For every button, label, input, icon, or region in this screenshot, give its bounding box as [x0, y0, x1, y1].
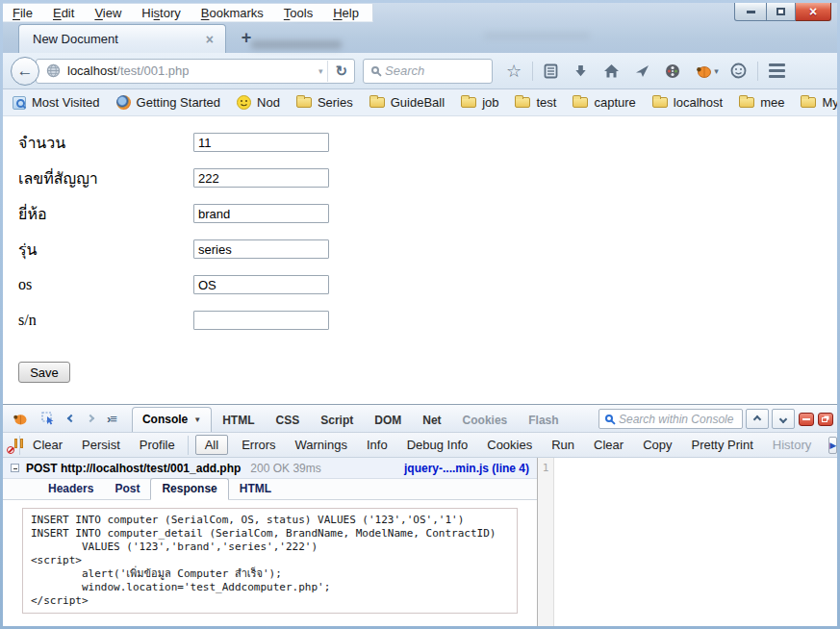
send-icon[interactable] [627, 57, 657, 86]
menu-history[interactable]: History [141, 6, 180, 20]
subtab-response[interactable]: Response [150, 478, 228, 500]
firebug-search-input[interactable] [619, 413, 738, 426]
menu-tools[interactable]: Tools [284, 6, 313, 20]
command-editor-input[interactable] [554, 458, 837, 626]
home-icon[interactable] [596, 57, 627, 86]
find-next-button[interactable] [772, 409, 795, 429]
serial-field[interactable] [193, 311, 329, 330]
bookmark-folder-localhost[interactable]: localhost [652, 95, 723, 110]
menu-help[interactable]: Help [333, 6, 359, 20]
os-field[interactable] [193, 275, 329, 294]
chat-icon[interactable] [723, 57, 754, 86]
folder-icon [573, 97, 588, 108]
video-helper-icon[interactable] [657, 57, 688, 86]
search-input[interactable] [385, 63, 486, 78]
restore-button[interactable] [767, 3, 796, 21]
command-editor[interactable]: 1 [538, 458, 837, 626]
save-button[interactable]: Save [18, 362, 70, 383]
url-dropdown-icon[interactable]: ▾ [314, 66, 328, 76]
folder-icon [461, 97, 476, 108]
most-visited-icon [13, 96, 26, 110]
clear-button[interactable]: Clear [23, 438, 72, 452]
bookmark-folder-mee[interactable]: mee [739, 95, 784, 110]
brand-field[interactable] [193, 204, 329, 223]
menu-edit[interactable]: Edit [53, 6, 74, 20]
filter-all[interactable]: All [195, 435, 228, 455]
firebug-menu-icon[interactable] [7, 413, 34, 425]
minimize-icon [747, 11, 755, 13]
bookmark-nod[interactable]: Nod [237, 95, 280, 110]
firebug-body: POST http://localhost/test/001_add.php 2… [3, 458, 837, 626]
firebug-minimize-button[interactable] [799, 413, 814, 426]
bookmark-folder-capture[interactable]: capture [573, 95, 635, 110]
profile-button[interactable]: Profile [130, 438, 185, 452]
tab-cookies[interactable]: Cookies [452, 409, 519, 432]
bookmark-folder-test[interactable]: test [515, 95, 556, 110]
tab-new-document[interactable]: New Document × [18, 24, 226, 53]
bookmark-most-visited[interactable]: Most Visited [13, 95, 100, 110]
history-button[interactable]: History [763, 438, 821, 452]
forward-icon[interactable] [82, 415, 99, 421]
tab-console[interactable]: Console▼ [132, 407, 212, 432]
bookmark-folder-guideball[interactable]: GuideBall [369, 95, 445, 110]
filter-errors[interactable]: Errors [232, 438, 285, 452]
firebug-toolbar-icon[interactable] [688, 57, 714, 86]
copy-button[interactable]: Copy [633, 438, 681, 452]
tab-flash[interactable]: Flash [518, 409, 569, 432]
console-options-icon[interactable]: ▼ [193, 415, 201, 424]
firebug-detach-button[interactable] [818, 413, 833, 426]
request-detail-tabs: Headers Post Response HTML [3, 479, 537, 500]
tab-html[interactable]: HTML [212, 409, 265, 432]
back-button[interactable]: ← [11, 57, 39, 86]
minimize-button[interactable] [734, 3, 767, 21]
new-tab-button[interactable]: + [234, 26, 259, 49]
menu-icon[interactable] [761, 57, 793, 86]
minimize-icon [802, 418, 810, 420]
bookmark-folder-mywork[interactable]: MyWork [801, 95, 837, 110]
subtab-headers[interactable]: Headers [38, 479, 104, 499]
quantity-field[interactable] [193, 133, 329, 152]
clear-command-button[interactable]: Clear [584, 438, 633, 452]
inspect-icon[interactable] [36, 412, 61, 425]
tab-dom[interactable]: DOM [364, 409, 412, 432]
overflow-arrow-icon[interactable]: ▶ [828, 437, 837, 454]
command-line-icon[interactable]: ›≡ [101, 412, 122, 426]
tab-css[interactable]: CSS [266, 409, 311, 432]
filter-info[interactable]: Info [357, 438, 397, 452]
search-bar[interactable] [363, 59, 493, 84]
filter-cookies[interactable]: Cookies [477, 438, 542, 452]
collapse-icon[interactable] [11, 464, 19, 472]
reload-icon[interactable]: ↻ [327, 61, 354, 82]
bookmark-star-icon[interactable]: ☆ [498, 57, 529, 86]
run-button[interactable]: Run [542, 438, 584, 452]
filter-debug-info[interactable]: Debug Info [397, 438, 478, 452]
firebug-dropdown-icon[interactable]: ▾ [714, 66, 723, 76]
menu-view[interactable]: View [94, 6, 121, 20]
downloads-icon[interactable] [566, 57, 596, 86]
close-button[interactable]: × [796, 3, 831, 21]
pretty-print-button[interactable]: Pretty Print [682, 438, 763, 452]
url-bar[interactable]: localhost/test/001.php ▾ ↻ [36, 59, 355, 84]
source-link[interactable]: jquery-....min.js (line 4) [404, 462, 529, 475]
firebug-search-box[interactable] [598, 409, 743, 429]
console-entry-post[interactable]: POST http://localhost/test/001_add.php 2… [3, 458, 537, 479]
persist-button[interactable]: Persist [72, 438, 130, 452]
url-text[interactable]: localhost/test/001.php [67, 63, 189, 78]
tab-close-icon[interactable]: × [202, 32, 217, 47]
find-previous-button[interactable] [746, 409, 769, 429]
menu-file[interactable]: File [13, 6, 33, 20]
reading-list-icon[interactable] [536, 57, 566, 86]
tab-net[interactable]: Net [412, 409, 451, 432]
back-icon[interactable] [63, 415, 80, 421]
filter-warnings[interactable]: Warnings [286, 438, 357, 452]
bookmark-getting-started[interactable]: Getting Started [116, 95, 220, 110]
model-field[interactable] [193, 239, 329, 259]
subtab-html[interactable]: HTML [229, 479, 282, 499]
bookmark-folder-job[interactable]: job [461, 95, 498, 110]
menu-bar: File Edit View History Bookmarks Tools H… [3, 4, 373, 22]
menu-bookmarks[interactable]: Bookmarks [201, 6, 264, 20]
contract-no-field[interactable] [193, 168, 329, 188]
subtab-post[interactable]: Post [104, 479, 150, 499]
tab-script[interactable]: Script [310, 409, 364, 432]
bookmark-folder-series[interactable]: Series [296, 95, 353, 110]
